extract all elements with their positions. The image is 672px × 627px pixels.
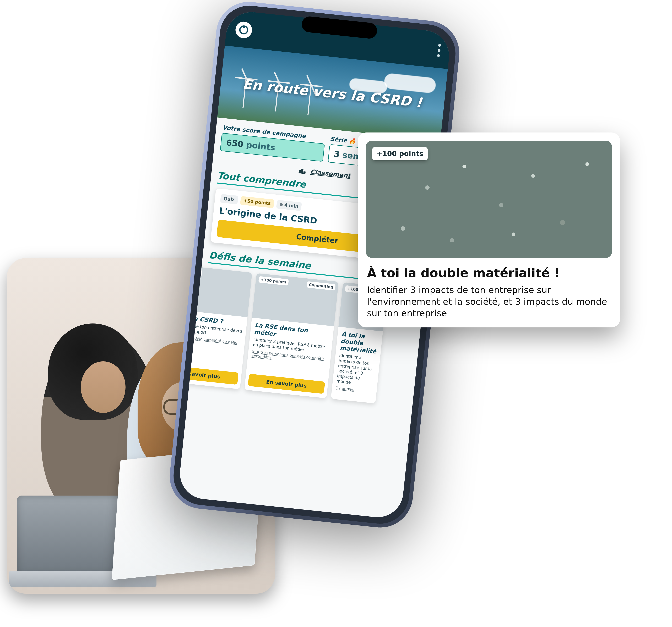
- ranking-link-text[interactable]: Classement: [310, 168, 351, 179]
- pill-points: +50 points: [240, 196, 274, 208]
- popout-desc: Identifier 3 impacts de ton entreprise s…: [367, 284, 611, 319]
- svg-rect-2: [299, 170, 301, 173]
- streak-value: 3: [333, 149, 340, 159]
- popout-cover-image: +100 points: [366, 141, 612, 258]
- tag-badge: Commuting: [307, 281, 336, 291]
- streak-label-text: Série: [330, 135, 347, 144]
- svg-rect-4: [303, 171, 306, 174]
- challenge-desc: Identifier 3 impacts de ton entreprise s…: [336, 353, 377, 388]
- challenge-popout-card[interactable]: +100 points À toi la double matérialité …: [358, 133, 620, 327]
- score-value: 650: [226, 138, 244, 149]
- popout-title: À toi la double matérialité !: [367, 266, 611, 280]
- pill-duration: 4 min: [276, 200, 302, 211]
- challenge-card[interactable]: +100 points Commuting La RSE dans ton mé…: [244, 273, 339, 398]
- challenge-image: +100 points Commuting: [252, 273, 339, 326]
- challenge-title: À toi la double matérialité: [340, 330, 379, 355]
- overflow-menu-icon[interactable]: [437, 44, 441, 57]
- fire-icon: 🔥: [349, 137, 356, 145]
- leaderboard-icon: [297, 167, 307, 175]
- score-unit: points: [246, 140, 275, 152]
- clock-icon: [280, 203, 283, 206]
- app-logo-icon[interactable]: [235, 21, 253, 39]
- pill-duration-text: 4 min: [284, 202, 298, 209]
- points-badge: +100 points: [372, 147, 428, 160]
- pill-type: Quiz: [220, 194, 238, 204]
- svg-rect-3: [301, 169, 304, 173]
- points-badge: +100 points: [258, 276, 289, 286]
